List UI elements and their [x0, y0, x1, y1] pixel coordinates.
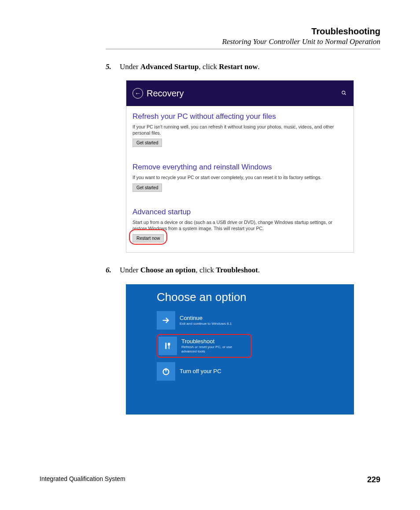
step-bold-2: Troubleshoot [216, 266, 258, 274]
step-text-post: . [258, 62, 260, 71]
restart-now-button[interactable]: Restart now [133, 234, 164, 242]
section-title-remove: Remove everything and reinstall Windows [133, 163, 347, 172]
step-text: Under Advanced Startup, click Restart no… [120, 62, 260, 71]
header-rule [106, 49, 380, 49]
tile-continue[interactable]: Continue Exit and continue to Windows 8.… [157, 310, 249, 330]
tile-troubleshoot[interactable]: Troubleshoot Refresh or reset your PC, o… [157, 334, 252, 358]
screenshot-choose-option: Choose an option Continue Exit and conti… [126, 284, 354, 415]
get-started-button-refresh[interactable]: Get started [133, 139, 162, 147]
svg-line-1 [345, 93, 346, 95]
tile-label: Continue [180, 315, 232, 321]
page-header: Troubleshooting Restoring Your Controlle… [106, 26, 380, 46]
step-bold-1: Advanced Startup [140, 62, 199, 71]
tools-icon [158, 337, 177, 355]
get-started-button-remove[interactable]: Get started [133, 183, 162, 192]
section-title-refresh: Refresh your PC without affecting your f… [133, 112, 347, 121]
section-title-advanced: Advanced startup [133, 208, 347, 216]
step-text-mid: , click [199, 62, 219, 71]
tile-desc: Exit and continue to Windows 8.1 [180, 322, 232, 326]
section-desc-remove: If you want to recycle your PC or start … [133, 174, 347, 180]
footer-left: Integrated Qualification System [40, 475, 125, 484]
tile-label: Troubleshoot [181, 338, 243, 345]
page-title: Troubleshooting [106, 26, 380, 37]
step-text-mid: , click [195, 266, 216, 274]
tile-turn-off[interactable]: Turn off your PC [157, 361, 249, 382]
svg-rect-3 [166, 343, 167, 349]
step-6: 6. Under Choose an option, click Trouble… [106, 266, 380, 275]
choose-option-title: Choose an option [157, 290, 354, 304]
step-number: 6. [106, 266, 120, 275]
back-icon[interactable]: ← [133, 88, 143, 99]
arrow-right-icon [157, 311, 175, 330]
search-icon[interactable] [341, 90, 346, 97]
step-bold-1: Choose an option [140, 266, 196, 274]
step-number: 5. [106, 62, 120, 71]
svg-point-0 [342, 91, 345, 94]
highlight-restart-now: Restart now [133, 231, 164, 242]
recovery-title: Recovery [147, 88, 184, 99]
page-number: 229 [367, 475, 380, 484]
recovery-body: Refresh your PC without affecting your f… [126, 106, 354, 252]
recovery-header: ← Recovery [126, 81, 354, 106]
tile-label: Turn off your PC [180, 368, 221, 374]
screenshot-recovery: ← Recovery Refresh your PC without affec… [126, 80, 354, 253]
page-footer: Integrated Qualification System 229 [40, 475, 380, 484]
arrow-left-icon: ← [135, 90, 141, 96]
step-5: 5. Under Advanced Startup, click Restart… [106, 62, 380, 71]
power-icon [157, 362, 175, 381]
section-desc-refresh: If your PC isn't running well, you can r… [133, 124, 347, 136]
page-subtitle: Restoring Your Controller Unit to Normal… [106, 37, 380, 46]
step-bold-2: Restart now [219, 62, 258, 71]
step-text-pre: Under [120, 266, 140, 274]
step-text: Under Choose an option, click Troublesho… [120, 266, 260, 275]
step-text-post: . [258, 266, 260, 274]
section-desc-advanced: Start up from a device or disc (such as … [133, 219, 347, 231]
step-text-pre: Under [120, 62, 140, 71]
tile-desc: Refresh or reset your PC, or use advance… [181, 345, 243, 353]
